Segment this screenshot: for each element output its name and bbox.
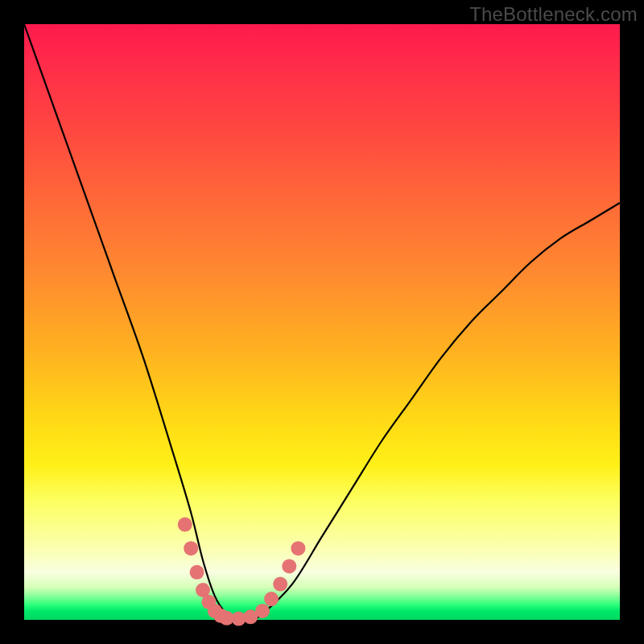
curve-marker: [178, 518, 192, 532]
curve-marker: [264, 592, 279, 606]
curve-marker: [190, 565, 204, 580]
chart-frame: TheBottleneck.com: [0, 0, 644, 644]
chart-svg: [24, 24, 620, 620]
curve-marker: [184, 541, 198, 555]
watermark-text: TheBottleneck.com: [469, 3, 638, 26]
chart-plot-area: [24, 24, 620, 620]
curve-marker: [273, 577, 287, 592]
bottleneck-curve: [24, 24, 620, 621]
curve-marker: [291, 541, 305, 555]
curve-marker: [255, 604, 270, 618]
curve-marker: [282, 559, 296, 573]
